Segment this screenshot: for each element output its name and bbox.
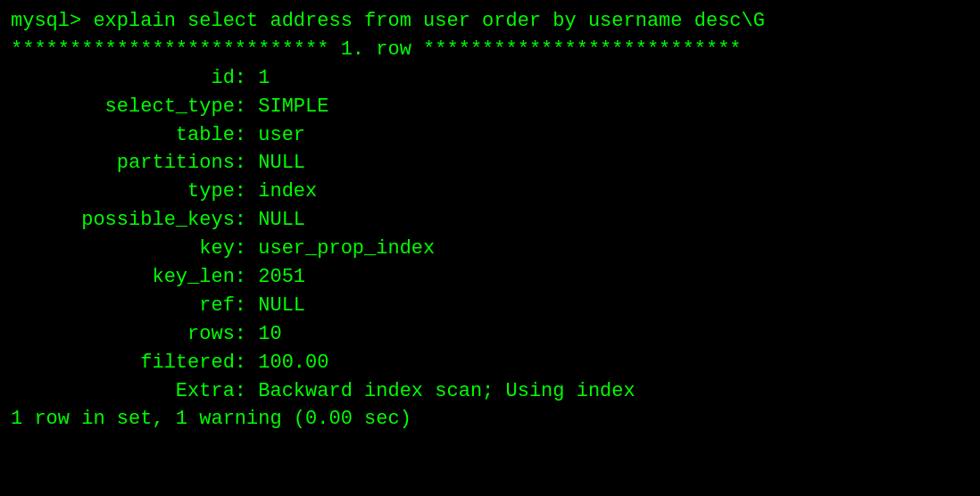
line-type: type: index: [11, 178, 969, 206]
line-rows: rows: 10: [11, 320, 969, 349]
line-id: id: 1: [11, 64, 969, 93]
terminal-window: mysql> explain select address from user …: [0, 0, 980, 496]
line-prompt: mysql> explain select address from user …: [11, 7, 969, 36]
line-extra: Extra: Backward index scan; Using index: [11, 377, 969, 406]
line-select-type: select_type: SIMPLE: [11, 93, 969, 121]
line-separator1: *************************** 1. row *****…: [11, 36, 969, 64]
line-ref: ref: NULL: [11, 292, 969, 320]
line-key: key: user_prop_index: [11, 235, 969, 263]
line-partitions: partitions: NULL: [11, 149, 969, 178]
line-result: 1 row in set, 1 warning (0.00 sec): [11, 405, 969, 434]
line-filtered: filtered: 100.00: [11, 349, 969, 377]
line-table: table: user: [11, 121, 969, 150]
line-key-len: key_len: 2051: [11, 263, 969, 292]
line-possible-keys: possible_keys: NULL: [11, 206, 969, 235]
